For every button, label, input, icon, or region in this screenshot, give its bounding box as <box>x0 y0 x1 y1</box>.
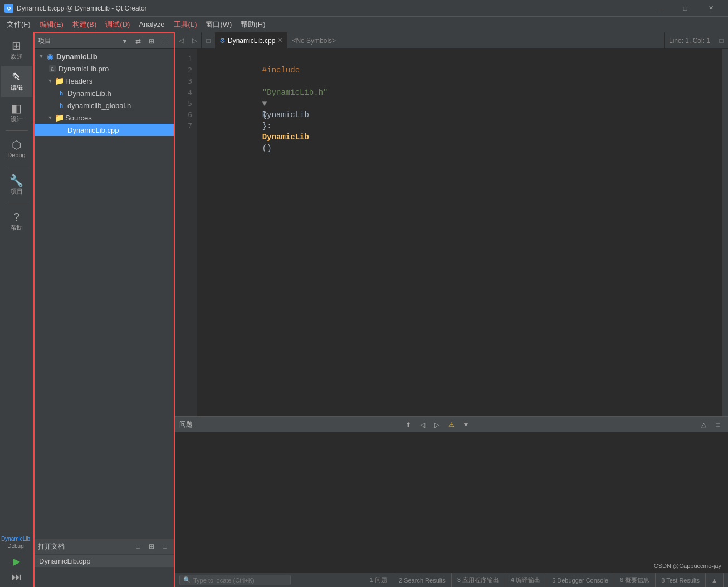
status-tab-compile[interactable]: 4 编译输出 <box>505 573 546 588</box>
status-arrow-btn[interactable]: ▲ <box>706 573 724 588</box>
menu-bar: 文件(F) 编辑(E) 构建(B) 调试(D) Analyze 工具(L) 窗口… <box>0 17 728 32</box>
status-tab-issues[interactable]: 1 问题 <box>364 573 393 588</box>
header-icon-1: h <box>57 89 66 98</box>
issue-next-btn[interactable]: ▷ <box>432 419 443 430</box>
tab-close-btn[interactable]: ✕ <box>277 37 282 44</box>
project-panel-toolbar: 项目 ▼ ⇄ ⊞ □ <box>35 33 174 49</box>
arrow-root: ▼ <box>37 52 46 61</box>
main-layout: ⊞ 欢迎 ✎ 编辑 ◧ 设计 ⬡ Debug 🔧 项目 <box>0 32 728 587</box>
close-panel-btn[interactable]: □ <box>159 36 170 47</box>
status-tab-app-output[interactable]: 3 应用程序输出 <box>452 573 505 588</box>
projects-icon: 🔧 <box>9 175 23 186</box>
title-bar: Q DynamicLib.cpp @ DynamicLib - Qt Creat… <box>0 0 728 17</box>
status-tab-debugger[interactable]: 5 Debugger Console <box>546 573 614 588</box>
editor-scrollbar[interactable] <box>722 49 728 416</box>
minimize-button[interactable]: — <box>647 0 672 17</box>
close-button[interactable]: ✕ <box>698 0 724 17</box>
open-docs-btn2[interactable]: ⊞ <box>146 541 157 552</box>
open-docs-toolbar: 打开文档 □ ⊞ □ <box>35 539 174 554</box>
menu-help[interactable]: 帮助(H) <box>236 17 270 32</box>
debug-run-button[interactable]: ⏭ <box>9 569 25 585</box>
line-col-text: Line: 1, Col: 1 <box>669 37 710 45</box>
menu-file[interactable]: 文件(F) <box>2 17 35 32</box>
project-icon: ◉ <box>46 52 55 61</box>
editor-content[interactable]: 1 2 3 4 5 6 7 #include "DynamicLib.h" <box>175 49 728 416</box>
tab-cpp-icon: ⚙ <box>219 37 226 45</box>
tree-item-pro[interactable]: a DynamicLib.pro <box>35 62 174 75</box>
line-num-6: 6 <box>175 109 197 120</box>
tree-label-dynamiclib-h: DynamicLib.h <box>67 89 174 98</box>
issue-filter2-btn[interactable]: ▼ <box>461 419 472 430</box>
sidebar-kit[interactable]: DynamicLib Debug <box>0 531 31 554</box>
sources-folder-icon: 📁 <box>55 113 63 122</box>
menu-tools[interactable]: 工具(L) <box>169 17 202 32</box>
nav-back-btn[interactable]: ◁ <box>175 32 188 48</box>
menu-build[interactable]: 构建(B) <box>68 17 101 32</box>
issue-warn-btn[interactable]: ⚠ <box>446 419 457 430</box>
tab-symbols: <No Symbols> <box>287 32 665 48</box>
func-name: DynamicLib <box>262 133 309 142</box>
code-line-1: #include "DynamicLib.h" <box>206 54 714 65</box>
status-tab-test[interactable]: 8 Test Results <box>656 573 706 588</box>
sidebar-item-edit[interactable]: ✎ 编辑 <box>1 66 32 97</box>
design-icon: ◧ <box>11 103 22 114</box>
tree-item-dynamiclib-cpp[interactable]: c DynamicLib.cpp <box>35 124 174 136</box>
tree-item-headers[interactable]: ▼ 📁 Headers <box>35 75 174 87</box>
nav-list-btn[interactable]: □ <box>202 32 215 48</box>
class-name: DynamicLib <box>262 110 309 119</box>
run-button[interactable]: ▶ <box>9 554 25 569</box>
open-docs-btn3[interactable]: □ <box>159 541 170 552</box>
menu-debug[interactable]: 调试(D) <box>101 17 134 32</box>
bottom-panel-title: 问题 <box>179 420 399 429</box>
status-tab-general[interactable]: 6 概要信息 <box>614 573 656 588</box>
tree-label-sources: Sources <box>65 114 174 122</box>
panel-up-btn[interactable]: △ <box>698 419 709 430</box>
tab-dynamiclib-cpp[interactable]: ⚙ DynamicLib.cpp ✕ <box>215 32 287 48</box>
include-string: "DynamicLib.h" <box>262 88 328 97</box>
design-label: 设计 <box>11 115 23 123</box>
bottom-panel-toolbar: 问题 ⬆ ◁ ▷ ⚠ ▼ △ □ <box>175 417 728 433</box>
fold-arrow-4[interactable]: ▼ <box>262 99 267 108</box>
locate-search[interactable]: 🔍 <box>179 575 291 585</box>
maximize-button[interactable]: □ <box>672 0 698 17</box>
tree-label-pro: DynamicLib.pro <box>58 65 174 73</box>
sidebar-item-projects[interactable]: 🔧 项目 <box>1 169 32 201</box>
include-keyword: #include <box>262 66 300 75</box>
sidebar-item-help[interactable]: ? 帮助 <box>1 206 32 237</box>
sync-btn[interactable]: ⇄ <box>133 36 144 47</box>
sidebar-item-debug[interactable]: ⬡ Debug <box>1 133 32 164</box>
split-btn[interactable]: ⊞ <box>146 36 157 47</box>
close-brace: } <box>262 122 267 130</box>
tree-item-dynamiclib-root[interactable]: ▼ ◉ DynamicLib <box>35 50 174 62</box>
search-input[interactable] <box>193 577 277 584</box>
line-num-2: 2 <box>175 65 197 76</box>
status-tab-search[interactable]: 2 Search Results <box>393 573 452 588</box>
help-label: 帮助 <box>11 224 23 232</box>
issue-prev-btn[interactable]: ◁ <box>417 419 428 430</box>
open-doc-cpp[interactable]: DynamicLib.cpp <box>35 555 174 567</box>
debug-label: Debug <box>7 152 25 158</box>
kit-mode: Debug <box>7 543 23 549</box>
open-docs-panel: 打开文档 □ ⊞ □ DynamicLib.cpp <box>35 539 174 587</box>
split-editor-btn[interactable]: □ <box>715 32 728 48</box>
issue-filter-btn[interactable]: ⬆ <box>403 419 414 430</box>
tree-item-sources[interactable]: ▼ 📁 Sources <box>35 111 174 124</box>
tree-item-global-h[interactable]: h dynamiclib_global.h <box>35 99 174 111</box>
header-icon-2: h <box>57 101 66 110</box>
symbols-label: <No Symbols> <box>292 37 336 45</box>
code-editor[interactable]: #include "DynamicLib.h" ▼ DynamicLib :: … <box>197 49 722 416</box>
sidebar-item-welcome[interactable]: ⊞ 欢迎 <box>1 35 32 66</box>
bottom-content-area <box>175 433 728 573</box>
menu-window[interactable]: 窗口(W) <box>201 17 236 32</box>
sidebar-item-design[interactable]: ◧ 设计 <box>1 97 32 128</box>
tree-label-root: DynamicLib <box>56 52 174 61</box>
open-docs-btn1[interactable]: □ <box>133 541 144 552</box>
line-num-7: 7 <box>175 120 197 132</box>
nav-forward-btn[interactable]: ▷ <box>188 32 202 48</box>
filter-btn[interactable]: ▼ <box>119 36 130 47</box>
editor-area: ◁ ▷ □ ⚙ DynamicLib.cpp ✕ <No Symbols> Li… <box>175 32 728 587</box>
menu-analyze[interactable]: Analyze <box>134 18 169 31</box>
tree-item-dynamiclib-h[interactable]: h DynamicLib.h <box>35 87 174 99</box>
panel-close2-btn[interactable]: □ <box>712 419 724 430</box>
menu-edit[interactable]: 编辑(E) <box>35 17 68 32</box>
